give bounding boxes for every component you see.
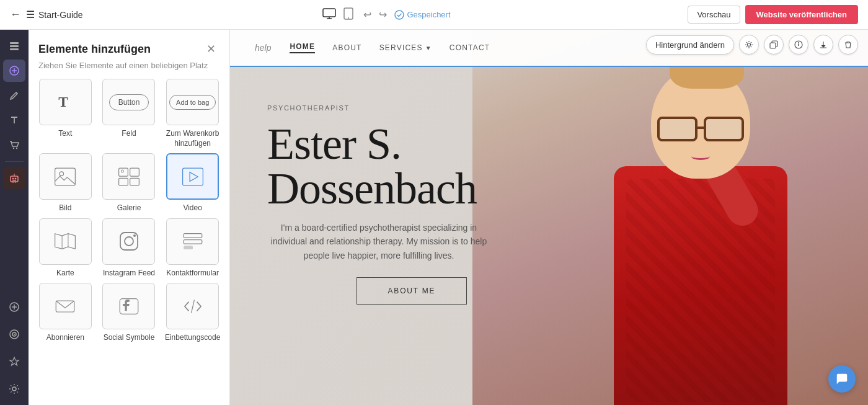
guide-label: Start-Guide xyxy=(38,10,83,20)
field-element-item[interactable]: Button Feld xyxy=(100,79,159,148)
svg-rect-24 xyxy=(119,178,128,185)
svg-point-21 xyxy=(60,172,64,176)
canvas-area: Hintergrund ändern xyxy=(230,30,868,405)
image-element-box xyxy=(39,153,92,200)
robot-icon xyxy=(9,172,20,184)
toolbar-info-button[interactable] xyxy=(789,35,808,55)
sidebar-circle-plus-button[interactable] xyxy=(3,296,25,318)
sidebar-elements-button[interactable] xyxy=(3,60,25,82)
sidebar-star-button[interactable] xyxy=(3,350,25,373)
toolbar-settings-button[interactable] xyxy=(739,35,759,55)
sidebar-target-button[interactable] xyxy=(3,323,25,345)
nav-about-link[interactable]: ABOUT xyxy=(332,43,361,52)
svg-rect-23 xyxy=(130,168,140,176)
tablet-device-button[interactable] xyxy=(341,5,356,24)
nav-services-link[interactable]: SERVICES ▼ xyxy=(379,43,432,52)
image-element-item[interactable]: Bild xyxy=(36,153,95,213)
undo-button[interactable]: ↩ xyxy=(361,6,374,23)
guide-button[interactable]: ☰ Start-Guide xyxy=(26,9,83,20)
embed-element-icon xyxy=(182,295,204,318)
desktop-icon xyxy=(322,8,336,19)
preview-button[interactable]: Vorschau xyxy=(688,6,740,24)
canvas-toolbar: Hintergrund ändern xyxy=(646,35,858,55)
gallery-element-box xyxy=(102,153,155,200)
svg-line-40 xyxy=(191,300,194,313)
field-preview: Button xyxy=(109,94,149,110)
nav-contact-link[interactable]: CONTACT xyxy=(450,43,490,52)
video-element-icon xyxy=(182,166,204,188)
gallery-element-label: Galerie xyxy=(117,203,141,213)
hero-name-line2: Dossenbach xyxy=(267,164,477,213)
svg-rect-5 xyxy=(10,45,19,47)
target-icon xyxy=(9,329,20,340)
panel-close-button[interactable]: ✕ xyxy=(203,41,219,57)
text-element-icon: T xyxy=(54,91,76,113)
svg-text:T: T xyxy=(59,94,69,110)
toolbar-duplicate-button[interactable] xyxy=(764,35,784,55)
hero-name-line1: Ester S. xyxy=(267,119,401,169)
publish-button[interactable]: Website veröffentlichen xyxy=(745,5,858,24)
sidebar-settings-button[interactable] xyxy=(3,378,25,400)
toolbar-delete-button[interactable] xyxy=(838,35,858,55)
video-element-label: Video xyxy=(183,203,202,213)
video-element-item[interactable]: Video xyxy=(163,153,222,213)
text-element-box: T xyxy=(39,79,92,125)
svg-rect-13 xyxy=(12,180,16,181)
sidebar-pen-button[interactable] xyxy=(3,84,25,107)
map-element-label: Karte xyxy=(56,269,74,278)
cart-icon xyxy=(9,140,20,151)
sidebar-robot-button[interactable] xyxy=(3,167,25,189)
gallery-element-item[interactable]: Galerie xyxy=(100,153,159,213)
text-icon xyxy=(9,115,20,126)
hero-section: help HOME ABOUT SERVICES ▼ CONTACT PSYCH… xyxy=(230,30,868,405)
redo-button[interactable]: ↪ xyxy=(376,6,389,23)
field-element-box: Button xyxy=(102,79,155,125)
map-element-item[interactable]: Karte xyxy=(36,218,95,278)
contact-form-element-item[interactable]: Kontaktformular xyxy=(163,218,222,278)
svg-rect-36 xyxy=(184,240,202,244)
sidebar-text-button[interactable] xyxy=(3,109,25,131)
back-button[interactable]: ← xyxy=(10,8,21,21)
text-element-item[interactable]: T Text xyxy=(36,79,95,148)
svg-rect-4 xyxy=(10,42,19,44)
cart-element-box: Add to bag xyxy=(166,79,219,125)
svg-point-26 xyxy=(121,170,123,172)
svg-point-41 xyxy=(748,43,751,47)
svg-point-33 xyxy=(125,237,133,246)
social-element-icon xyxy=(118,295,140,318)
instagram-element-item[interactable]: Instagram Feed xyxy=(100,218,159,278)
svg-marker-28 xyxy=(190,172,198,181)
back-icon: ← xyxy=(10,8,21,21)
embed-element-item[interactable]: Einbettungscode xyxy=(163,283,222,343)
subscribe-element-box xyxy=(39,283,92,329)
nav-home-link[interactable]: HOME xyxy=(290,42,315,53)
social-element-item[interactable]: Social Symbole xyxy=(100,283,159,343)
change-background-button[interactable]: Hintergrund ändern xyxy=(646,35,734,55)
sidebar-shop-button[interactable] xyxy=(3,134,25,156)
cart-element-item[interactable]: Add to bag Zum Warenkorb hinzufügen xyxy=(163,79,222,148)
chat-icon xyxy=(835,372,849,386)
svg-rect-6 xyxy=(10,48,19,50)
cart-element-label: Zum Warenkorb hinzufügen xyxy=(163,129,222,148)
add-section-icon xyxy=(9,301,20,313)
subscribe-element-item[interactable]: Abonnieren xyxy=(36,283,95,343)
social-element-label: Social Symbole xyxy=(104,333,155,343)
desktop-device-button[interactable] xyxy=(320,6,339,24)
svg-point-11 xyxy=(12,178,14,180)
plus-circle-icon xyxy=(9,65,20,76)
svg-point-34 xyxy=(133,234,136,237)
svg-point-44 xyxy=(798,42,799,43)
trash-icon xyxy=(844,40,852,49)
svg-rect-37 xyxy=(184,246,193,250)
svg-rect-35 xyxy=(184,234,202,238)
sidebar-layers-button[interactable] xyxy=(3,35,25,57)
saved-label: Gespeichert xyxy=(407,10,450,19)
hero-description: I'm a board-certified psychotherapist sp… xyxy=(267,221,490,262)
instagram-element-box xyxy=(102,218,155,265)
toolbar-download-button[interactable] xyxy=(813,35,833,55)
chat-bubble-button[interactable] xyxy=(828,365,856,393)
glasses-bridge xyxy=(698,127,704,129)
hero-cta-button[interactable]: ABOUT ME xyxy=(356,277,467,305)
svg-rect-0 xyxy=(323,9,335,17)
hero-name: Ester S. Dossenbach xyxy=(267,122,556,211)
